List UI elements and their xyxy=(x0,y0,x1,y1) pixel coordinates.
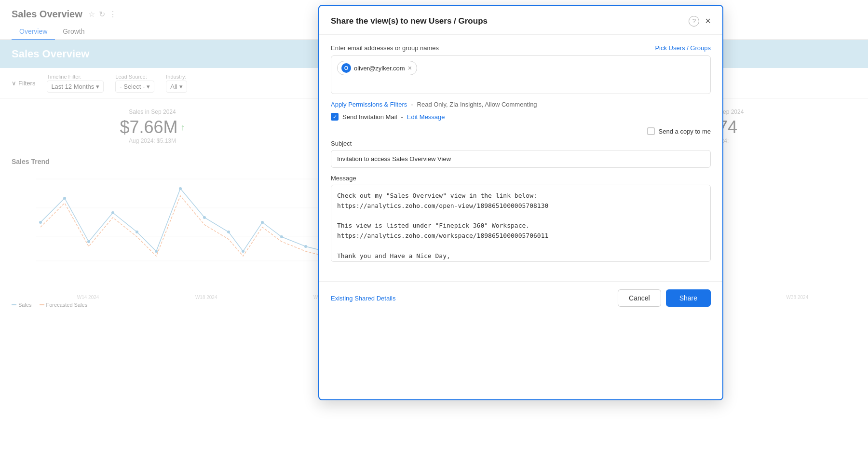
close-icon[interactable]: × xyxy=(705,15,711,27)
permissions-row: Apply Permissions & Filters - Read Only,… xyxy=(331,101,711,108)
invite-label: Send Invitation Mail xyxy=(342,113,397,121)
email-section-label: Enter email addresses or group names xyxy=(331,44,439,52)
email-input-area[interactable]: O oliver@zylker.com × xyxy=(331,55,711,94)
invite-checkbox[interactable]: ✓ xyxy=(331,113,339,121)
apply-permissions-link[interactable]: Apply Permissions & Filters xyxy=(331,101,407,108)
modal-header-icons: ? × xyxy=(689,15,711,27)
subject-section: Subject xyxy=(331,140,711,175)
share-modal: Share the view(s) to new Users / Groups … xyxy=(318,5,723,400)
send-copy-label: Send a copy to me xyxy=(659,128,711,135)
permissions-text: Read Only, Zia Insights, Allow Commentin… xyxy=(417,101,537,108)
checkbox-check-icon: ✓ xyxy=(333,114,337,120)
existing-shared-details-link[interactable]: Existing Shared Details xyxy=(331,295,395,302)
email-section-header: Enter email addresses or group names Pic… xyxy=(331,44,711,52)
share-button[interactable]: Share xyxy=(666,289,711,307)
email-tag-value: oliver@zylker.com xyxy=(354,65,405,72)
modal-footer: Existing Shared Details Cancel Share xyxy=(319,281,722,314)
permissions-separator: - xyxy=(411,101,413,108)
message-textarea[interactable] xyxy=(331,185,711,262)
invite-separator: - xyxy=(401,113,403,121)
edit-message-link[interactable]: Edit Message xyxy=(407,113,445,121)
modal-title: Share the view(s) to new Users / Groups xyxy=(331,16,488,26)
help-icon[interactable]: ? xyxy=(689,16,699,27)
cancel-button[interactable]: Cancel xyxy=(618,289,661,307)
modal-header: Share the view(s) to new Users / Groups … xyxy=(319,6,722,35)
email-tag-avatar: O xyxy=(341,63,351,73)
send-copy-checkbox[interactable] xyxy=(647,127,655,135)
pick-users-link[interactable]: Pick Users / Groups xyxy=(655,44,711,52)
subject-label: Subject xyxy=(331,140,711,147)
send-copy-row: Send a copy to me xyxy=(331,127,711,135)
message-section: Message xyxy=(331,175,711,264)
email-tag-remove[interactable]: × xyxy=(408,65,412,71)
footer-buttons: Cancel Share xyxy=(618,289,711,307)
subject-input[interactable] xyxy=(331,150,711,168)
email-tag-oliver: O oliver@zylker.com × xyxy=(337,61,417,75)
message-label: Message xyxy=(331,175,711,182)
modal-body: Enter email addresses or group names Pic… xyxy=(319,35,722,273)
invite-row: ✓ Send Invitation Mail - Edit Message xyxy=(331,113,711,121)
